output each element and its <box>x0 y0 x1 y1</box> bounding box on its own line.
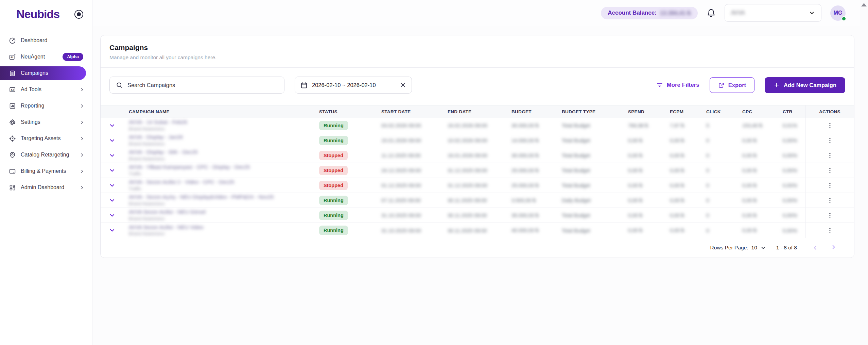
search-box <box>109 77 284 94</box>
account-selector[interactable]: AVVA <box>725 4 821 22</box>
budget-type-cell: Total Budget <box>562 182 628 188</box>
date-range-picker[interactable]: 2026-02-10 ~ 2026-02-10 <box>295 77 412 94</box>
row-actions-kebab-icon[interactable] <box>827 182 833 189</box>
ecpm-cell: 7,97 ₺ <box>670 122 706 129</box>
add-new-campaign-button[interactable]: Add New Campaign <box>765 77 845 93</box>
actions-cell <box>805 223 854 238</box>
budget-cell: 40.000,00 ₺ <box>511 227 562 233</box>
sidebar-item-settings[interactable]: Settings <box>0 115 92 129</box>
next-page-icon[interactable] <box>831 245 838 251</box>
end-date-cell: 30.11.2025 09:00 <box>448 212 511 218</box>
sidebar-item-targeting-assets[interactable]: Targeting Assets <box>0 132 92 145</box>
chevron-right-icon <box>80 169 85 174</box>
table-row: AVVA Sezon Acilisi - NEU Görsel Brand Aw… <box>101 208 854 223</box>
sidebar-item-catalog-retargeting[interactable]: Catalog Retargeting <box>0 148 92 162</box>
header-end-date: END DATE <box>448 109 511 114</box>
chevron-right-icon <box>80 87 85 92</box>
chevron-down-icon[interactable] <box>760 245 766 251</box>
status-cell: Running <box>319 226 381 235</box>
campaign-name[interactable]: AVVA Sezon Acilisi - NEU Görsel <box>129 209 319 215</box>
row-expander-chevron-icon[interactable] <box>109 122 116 129</box>
start-date-cell: 01.12.2025 09:00 <box>381 182 448 188</box>
sidebar-item-label: Settings <box>21 119 75 125</box>
scroll-up-arrow-icon[interactable] <box>861 3 867 6</box>
scrollbar-track[interactable] <box>860 0 868 345</box>
spend-cell: 0,00 ₺ <box>628 197 670 203</box>
bell-icon[interactable] <box>707 9 716 18</box>
status-cell: Running <box>319 211 381 220</box>
row-actions-kebab-icon[interactable] <box>827 197 833 204</box>
row-actions-kebab-icon[interactable] <box>827 152 833 159</box>
header-ecpm: ECPM <box>670 109 706 114</box>
row-expander-chevron-icon[interactable] <box>109 212 116 219</box>
account-balance-pill: Account Balance: 13.384,41 ₺ <box>601 7 698 19</box>
actions-cell <box>805 163 854 178</box>
campaign-name-cell: AVVA - Sezon Açılış - NEU Display&Video … <box>129 194 319 207</box>
calendar-icon <box>300 82 308 89</box>
campaign-name[interactable]: AVVA - Yilbasi Kampanyasi - CPC - Displa… <box>129 164 319 170</box>
sidebar: Neubids Dashboard AI NeuAgent Alpha <box>0 0 92 345</box>
more-filters-button[interactable]: More Filters <box>656 82 699 88</box>
campaign-name[interactable]: AVVA - 14 Subat - Feb26 <box>129 119 319 125</box>
row-actions-kebab-icon[interactable] <box>827 137 833 144</box>
sidebar-item-campaigns[interactable]: Campaigns <box>0 66 86 80</box>
export-button[interactable]: Export <box>710 77 754 93</box>
sidebar-item-reporting[interactable]: Reporting <box>0 99 92 113</box>
ecpm-cell: 0,00 ₺ <box>670 197 706 203</box>
click-cell: 5 <box>706 122 742 128</box>
sidebar-item-dashboard[interactable]: Dashboard <box>0 34 92 47</box>
filter-icon <box>656 82 663 88</box>
row-actions-kebab-icon[interactable] <box>827 167 833 174</box>
row-actions-kebab-icon[interactable] <box>827 122 833 129</box>
row-expander-chevron-icon[interactable] <box>109 137 116 144</box>
row-actions-kebab-icon[interactable] <box>827 227 833 234</box>
budget-cell: 14.000,00 ₺ <box>511 137 562 144</box>
more-filters-label: More Filters <box>666 82 699 88</box>
account-balance-label: Account Balance: <box>608 10 657 16</box>
avatar[interactable]: MG <box>830 5 846 21</box>
previous-page-icon[interactable] <box>812 245 818 251</box>
table-row: AVVA - Sezon Açılış - NEU Display&Video … <box>101 193 854 208</box>
clear-date-icon[interactable] <box>400 82 406 88</box>
end-date-cell: 31.12.2025 09:00 <box>448 182 511 188</box>
budget-cell: 30.000,00 ₺ <box>511 122 562 129</box>
card-header: Campaigns Manage and monitor all your ca… <box>101 35 854 68</box>
campaign-name-cell: AVVA - Display - Jan26 Brand Awareness <box>129 134 319 147</box>
account-balance-value: 13.384,41 ₺ <box>660 10 691 17</box>
cpc-cell: 0,00 ₺ <box>742 212 783 218</box>
rows-per-page-value[interactable]: 10 <box>751 245 757 251</box>
campaign-objective: Brand Awareness <box>129 156 319 162</box>
click-cell: 0 <box>706 137 742 143</box>
row-expander-chevron-icon[interactable] <box>109 227 116 234</box>
row-actions-kebab-icon[interactable] <box>827 212 833 219</box>
end-date-cell: 30.11.2025 09:00 <box>448 228 511 233</box>
click-cell: 0 <box>706 152 742 158</box>
page-subtitle: Manage and monitor all your campaigns he… <box>109 54 845 61</box>
budget-cell: 35.000,00 ₺ <box>511 212 562 218</box>
row-expander-chevron-icon[interactable] <box>109 182 116 189</box>
account-selector-value: AVVA <box>731 10 745 16</box>
sidebar-item-admin-dashboard[interactable]: Admin Dashboard <box>0 181 92 194</box>
row-expander-chevron-icon[interactable] <box>109 152 116 159</box>
campaign-objective: Brand Awareness <box>129 231 319 237</box>
table-row: AVVA - Display - 30K - Dec25 Brand Aware… <box>101 148 854 163</box>
sidebar-item-ad-tools[interactable]: Ad Ad Tools <box>0 83 92 96</box>
gear-icon <box>9 119 16 126</box>
status-cell: Running <box>319 136 381 145</box>
campaign-name[interactable]: AVVA - Display - 30K - Dec25 <box>129 149 319 155</box>
row-expander-chevron-icon[interactable] <box>109 167 116 174</box>
row-expander-chevron-icon[interactable] <box>109 197 116 204</box>
campaign-name[interactable]: AVVA - Sezon Açılış - NEU Display&Video … <box>129 194 319 200</box>
logo-row: Neubids <box>0 7 92 21</box>
sidebar-item-billing-payments[interactable]: Billing & Payments <box>0 164 92 178</box>
start-date-cell: 24.12.2025 09:00 <box>381 167 448 173</box>
content-area: Campaigns Manage and monitor all your ca… <box>92 26 868 345</box>
svg-text:AI: AI <box>11 56 13 59</box>
alpha-badge: Alpha <box>63 53 83 61</box>
sidebar-toggle-icon[interactable] <box>74 10 83 19</box>
campaign-name[interactable]: AVVA - Display - Jan26 <box>129 134 319 140</box>
sidebar-item-neuagent[interactable]: AI NeuAgent Alpha <box>0 50 92 64</box>
campaign-name[interactable]: AVVA - Sezon Acilisi 2 - Video - CPC - D… <box>129 179 319 185</box>
search-input[interactable] <box>127 82 278 88</box>
campaign-name[interactable]: AVVA Sezon Acilisi - NEU Video <box>129 224 319 230</box>
